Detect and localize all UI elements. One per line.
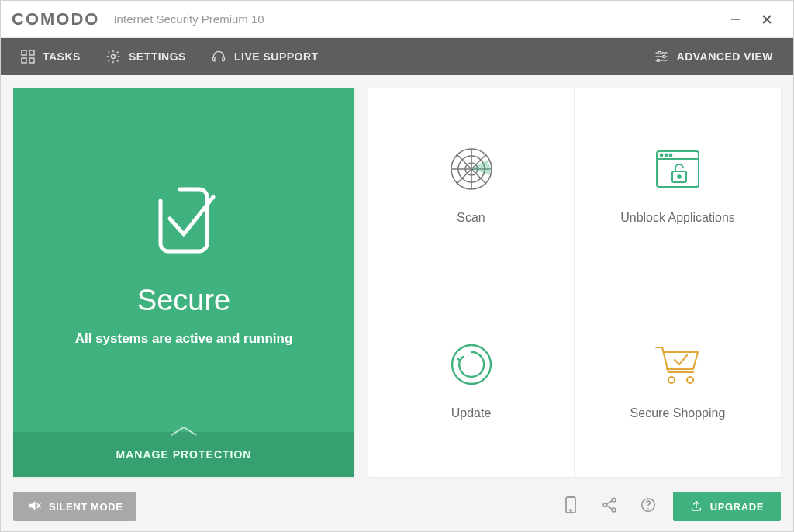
scan-label: Scan: [457, 211, 485, 225]
svg-point-7: [111, 55, 115, 59]
help-button[interactable]: [634, 492, 662, 520]
tasks-label: TASKS: [43, 50, 81, 63]
secure-shopping-tile[interactable]: Secure Shopping: [575, 282, 781, 477]
radar-icon: [448, 144, 495, 194]
svg-point-24: [665, 154, 668, 157]
mobile-icon: [563, 496, 578, 517]
toolbar: TASKS SETTINGS LIVE SUPPORT ADVANCED VIE…: [1, 38, 793, 75]
headset-icon: [211, 49, 226, 64]
refresh-icon: [448, 340, 495, 389]
upload-icon: [690, 499, 703, 514]
live-support-button[interactable]: LIVE SUPPORT: [198, 38, 331, 75]
settings-button[interactable]: SETTINGS: [93, 38, 198, 75]
unblock-label: Unblock Applications: [620, 211, 735, 225]
shopping-label: Secure Shopping: [630, 406, 726, 420]
gear-icon: [105, 49, 121, 64]
advanced-view-label: ADVANCED VIEW: [677, 50, 773, 63]
unblock-applications-tile[interactable]: Unblock Applications: [575, 88, 781, 282]
svg-point-11: [662, 55, 665, 57]
settings-label: SETTINGS: [129, 50, 186, 63]
svg-rect-3: [22, 50, 26, 55]
product-name: Internet Security Premium 10: [113, 12, 264, 26]
update-tile[interactable]: Update: [368, 282, 575, 477]
app-window: COMODO Internet Security Premium 10 TASK…: [0, 0, 794, 532]
manage-protection-label: MANAGE PROTECTION: [116, 448, 252, 461]
svg-point-30: [687, 377, 693, 383]
grid-icon: [21, 50, 35, 64]
action-tiles: Scan Unblock Applications: [368, 88, 781, 477]
status-panel: Secure All systems are active and runnin…: [13, 88, 354, 477]
minimize-button[interactable]: [720, 4, 751, 35]
brand-logo: COMODO: [12, 9, 99, 29]
svg-point-23: [661, 154, 663, 157]
titlebar: COMODO Internet Security Premium 10: [1, 1, 793, 38]
live-support-label: LIVE SUPPORT: [234, 50, 319, 63]
svg-line-40: [606, 506, 612, 509]
svg-line-39: [606, 501, 612, 504]
mobile-button[interactable]: [557, 492, 585, 520]
tasks-button[interactable]: TASKS: [9, 38, 93, 75]
svg-point-29: [668, 377, 675, 383]
upgrade-button[interactable]: UPGRADE: [673, 492, 781, 521]
speaker-mute-icon: [27, 499, 41, 515]
svg-rect-4: [29, 50, 34, 55]
svg-marker-31: [29, 501, 35, 510]
cart-check-icon: [653, 340, 703, 389]
silent-mode-button[interactable]: SILENT MODE: [13, 492, 136, 521]
upgrade-label: UPGRADE: [710, 501, 764, 513]
close-button[interactable]: [751, 4, 782, 35]
svg-rect-6: [29, 58, 34, 63]
svg-point-28: [452, 345, 491, 384]
svg-rect-5: [22, 58, 26, 63]
help-icon: [640, 496, 657, 516]
svg-point-35: [570, 510, 571, 511]
svg-point-13: [657, 59, 659, 61]
status-subtitle: All systems are active and running: [75, 331, 293, 347]
svg-point-38: [612, 508, 616, 512]
manage-protection-button[interactable]: MANAGE PROTECTION: [13, 432, 354, 477]
update-label: Update: [451, 406, 492, 420]
chevron-up-icon: [168, 424, 199, 440]
svg-point-37: [612, 498, 616, 502]
share-icon: [601, 496, 618, 516]
svg-point-42: [647, 508, 649, 510]
svg-point-27: [678, 175, 681, 178]
unlock-window-icon: [654, 144, 702, 194]
svg-point-25: [670, 154, 672, 157]
status-center: Secure All systems are active and runnin…: [13, 88, 354, 432]
silent-mode-label: SILENT MODE: [49, 501, 123, 513]
bottom-bar: SILENT MODE UPGRADE: [1, 489, 793, 531]
advanced-view-button[interactable]: ADVANCED VIEW: [641, 38, 785, 75]
scan-tile[interactable]: Scan: [368, 88, 575, 282]
svg-point-9: [658, 51, 660, 54]
share-button[interactable]: [596, 492, 623, 520]
shield-check-icon: [137, 174, 230, 270]
sliders-icon: [654, 49, 669, 64]
svg-point-36: [603, 503, 607, 507]
main-area: Secure All systems are active and runnin…: [1, 75, 793, 489]
status-title: Secure: [137, 284, 230, 317]
